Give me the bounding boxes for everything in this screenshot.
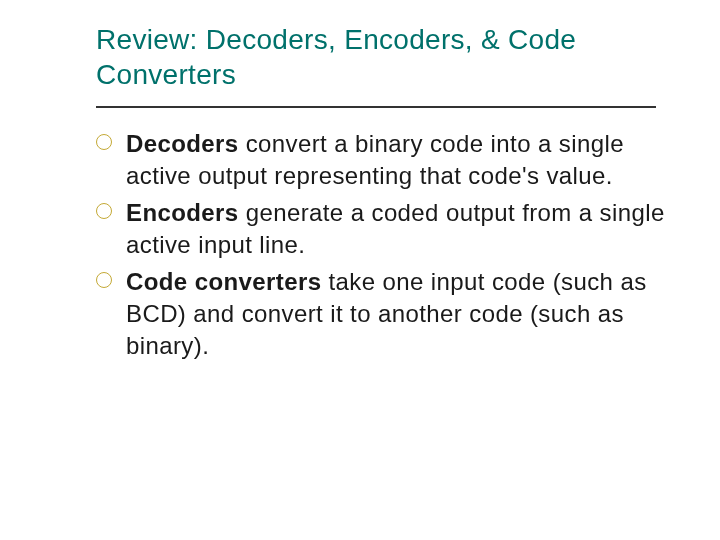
page-title: Review: Decoders, Encoders, & Code Conve… [96, 22, 672, 92]
slide-container: Review: Decoders, Encoders, & Code Conve… [0, 0, 720, 363]
list-item: Encoders generate a coded output from a … [96, 197, 672, 262]
circle-bullet-icon [96, 203, 112, 219]
circle-bullet-icon [96, 134, 112, 150]
bullet-list: Decoders convert a binary code into a si… [96, 128, 672, 363]
bullet-bold: Code converters [126, 268, 321, 295]
list-item: Code converters take one input code (suc… [96, 266, 672, 363]
bullet-bold: Encoders [126, 199, 239, 226]
title-divider [96, 106, 656, 108]
bullet-bold: Decoders [126, 130, 239, 157]
list-item: Decoders convert a binary code into a si… [96, 128, 672, 193]
circle-bullet-icon [96, 272, 112, 288]
